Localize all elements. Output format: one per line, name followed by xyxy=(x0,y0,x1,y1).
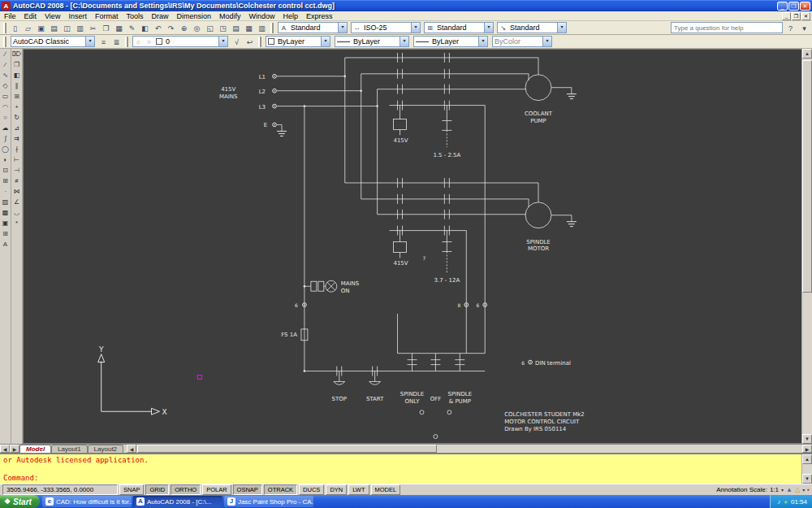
vertical-scrollbar[interactable]: ▲ ▼ xyxy=(801,49,812,444)
annotation-scale-value[interactable]: 1:1 xyxy=(770,486,779,493)
start-button[interactable]: ❖ Start xyxy=(0,495,40,508)
array-icon[interactable]: ⊞ xyxy=(11,91,22,102)
line-icon[interactable]: ∕ xyxy=(0,49,11,59)
toggle-osnap[interactable]: OSNAP xyxy=(233,484,262,495)
toolbar-grip[interactable] xyxy=(3,23,6,33)
dropdown-icon[interactable]: ▾ xyxy=(557,23,566,33)
mleader-style-combo[interactable]: ↘ Standard ▾ xyxy=(497,22,567,33)
ellipse-icon[interactable]: ◯ xyxy=(0,144,11,154)
command-window[interactable]: or Autodesk licensed application. Comman… xyxy=(0,453,812,484)
explode-icon[interactable]: * xyxy=(11,218,22,228)
status-alert-icon[interactable]: ▪ xyxy=(807,486,810,493)
chamfer-icon[interactable]: ∠ xyxy=(11,197,22,207)
scroll-up-icon[interactable]: ▲ xyxy=(802,454,812,464)
erase-icon[interactable]: ⌦ xyxy=(11,49,22,59)
dropdown-icon[interactable]: ▾ xyxy=(338,23,347,33)
tool-palettes-icon[interactable]: ▥ xyxy=(256,22,268,34)
table-style-combo[interactable]: ⊞ Standard ▾ xyxy=(424,22,494,33)
break-at-point-icon[interactable]: ⊣ xyxy=(11,165,22,176)
mirror-icon[interactable]: ◧ xyxy=(11,70,22,80)
command-scrollbar[interactable]: ▲ ▼ xyxy=(801,454,812,484)
menu-item-express[interactable]: Express xyxy=(302,12,337,20)
tray-volume-icon[interactable]: ♪ xyxy=(777,498,780,506)
workspace-combo[interactable]: AutoCAD Classic ▾ xyxy=(11,36,95,47)
annotation-autoscale-icon[interactable]: △ xyxy=(795,486,800,493)
layer-properties-manager-icon[interactable]: ≣ xyxy=(110,36,123,48)
menu-item-draw[interactable]: Draw xyxy=(147,12,172,20)
stretch-icon[interactable]: ⇉ xyxy=(11,133,22,144)
revcloud-icon[interactable]: ☁ xyxy=(0,123,11,133)
tab-nav-left-icon[interactable]: ◀ xyxy=(0,445,10,453)
toggle-polar[interactable]: POLAR xyxy=(202,484,231,495)
layer-combo[interactable]: ☼ ○ 0 ▾ xyxy=(132,36,228,47)
toolbar-grip[interactable] xyxy=(258,37,261,47)
status-menu-icon[interactable]: ▾ xyxy=(802,487,805,493)
toggle-ortho[interactable]: ORTHO xyxy=(171,484,201,495)
menu-item-dimension[interactable]: Dimension xyxy=(172,12,215,20)
workspace-settings-icon[interactable]: ≡ xyxy=(97,36,110,48)
move-icon[interactable]: + xyxy=(11,102,22,112)
task-paintshop[interactable]: J Jasc Paint Shop Pro - CA... xyxy=(224,496,313,507)
insert-block-icon[interactable]: ⊡ xyxy=(0,165,11,176)
scale-icon[interactable]: ⊿ xyxy=(11,123,22,133)
mdi-minimize-button[interactable]: _ xyxy=(782,12,791,20)
annotation-scale-dropdown-icon[interactable]: ▾ xyxy=(781,487,784,493)
gradient-icon[interactable]: ▩ xyxy=(0,207,11,218)
plot-icon[interactable]: ▤ xyxy=(48,22,60,34)
toggle-lwt[interactable]: LWT xyxy=(348,484,369,495)
minimize-button[interactable]: _ xyxy=(777,2,788,11)
toggle-otrack[interactable]: OTRACK xyxy=(264,484,297,495)
offset-icon[interactable]: ∥ xyxy=(11,80,22,91)
spline-icon[interactable]: ∫ xyxy=(0,133,11,144)
undo-icon[interactable]: ↶ xyxy=(152,22,164,34)
save-icon[interactable]: ▣ xyxy=(35,22,47,34)
tray-shield-icon[interactable]: ● xyxy=(784,498,788,506)
fillet-icon[interactable]: ◡ xyxy=(11,207,22,218)
extend-icon[interactable]: ⊢ xyxy=(11,154,22,165)
dropdown-icon[interactable]: ▾ xyxy=(321,37,330,46)
cut-icon[interactable]: ✂ xyxy=(87,22,99,34)
command-prompt[interactable]: Command: xyxy=(3,474,798,482)
menu-item-modify[interactable]: Modify xyxy=(215,12,245,20)
menu-item-file[interactable]: File xyxy=(0,12,20,20)
polygon-icon[interactable]: ◇ xyxy=(0,80,11,91)
menu-item-window[interactable]: Window xyxy=(245,12,279,20)
dropdown-icon[interactable]: ▾ xyxy=(85,37,94,46)
text-style-combo[interactable]: A Standard ▾ xyxy=(278,22,348,33)
redo-icon[interactable]: ↷ xyxy=(165,22,177,34)
toggle-dyn[interactable]: DYN xyxy=(326,484,347,495)
dim-style-combo[interactable]: ↔ ISO-25 ▾ xyxy=(351,22,421,33)
scroll-left-icon[interactable]: ◀ xyxy=(127,445,136,453)
menu-item-view[interactable]: View xyxy=(41,12,64,20)
publish-icon[interactable]: ▥ xyxy=(74,22,86,34)
linetype-combo[interactable]: ByLayer ▾ xyxy=(335,36,409,47)
mdi-close-button[interactable]: ✕ xyxy=(801,12,810,20)
toolbar-grip[interactable] xyxy=(125,37,128,47)
menu-item-edit[interactable]: Edit xyxy=(20,12,41,20)
zoom-previous-icon[interactable]: ◳ xyxy=(217,22,229,34)
designcenter-icon[interactable]: ▦ xyxy=(243,22,255,34)
properties-icon[interactable]: ▤ xyxy=(230,22,242,34)
make-object-layer-current-icon[interactable]: √ xyxy=(231,36,243,48)
paste-icon[interactable]: ▦ xyxy=(113,22,125,34)
lineweight-combo[interactable]: ByLayer ▾ xyxy=(413,36,488,47)
task-browser[interactable]: e CAD: How difficult is it for... xyxy=(42,496,132,507)
qnew-icon[interactable]: ▯ xyxy=(9,22,21,34)
match-properties-icon[interactable]: ✎ xyxy=(126,22,138,34)
menu-item-insert[interactable]: Insert xyxy=(64,12,91,20)
menu-item-help[interactable]: Help xyxy=(279,12,303,20)
horizontal-scrollbar[interactable]: ◀ ▶ xyxy=(127,445,812,453)
copy-object-icon[interactable]: ❐ xyxy=(11,59,22,70)
scroll-up-icon[interactable]: ▲ xyxy=(802,49,812,59)
color-combo[interactable]: ByLayer ▾ xyxy=(266,36,330,47)
toggle-grid[interactable]: GRID xyxy=(145,484,169,495)
tab-layout1[interactable]: Layout1 xyxy=(51,445,87,453)
pan-icon[interactable]: ⊕ xyxy=(178,22,190,34)
tab-model[interactable]: Model xyxy=(19,445,51,453)
horizontal-scroll-thumb[interactable] xyxy=(137,445,437,453)
toggle-ducs[interactable]: DUCS xyxy=(299,484,324,495)
circle-icon[interactable]: ○ xyxy=(0,112,11,123)
scroll-right-icon[interactable]: ▶ xyxy=(802,445,812,453)
toggle-model[interactable]: MODEL xyxy=(371,484,401,495)
menu-item-format[interactable]: Format xyxy=(91,12,123,20)
